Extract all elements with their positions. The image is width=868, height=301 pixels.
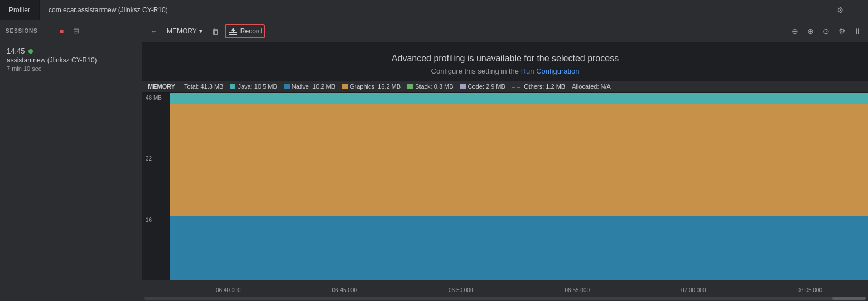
legend-bar: MEMORY Total: 41.3 MB Java: 10.5 MB Nati… bbox=[142, 81, 868, 93]
native-band bbox=[170, 216, 868, 280]
run-configuration-link[interactable]: Run Configuration bbox=[521, 67, 580, 75]
sidebar-header: SESSIONS + ■ ⊟ bbox=[0, 20, 142, 42]
top-right-icons: ⚙ — bbox=[835, 4, 868, 16]
session-duration: 7 min 10 sec bbox=[7, 65, 135, 72]
legend-total: Total: 41.3 MB bbox=[184, 83, 223, 90]
svg-rect-3 bbox=[229, 34, 237, 35]
x-tick-1: 06:45.000 bbox=[287, 287, 403, 295]
y-axis: 48 MB 32 16 bbox=[142, 93, 170, 280]
legend-memory-label: MEMORY bbox=[148, 83, 175, 90]
svg-rect-0 bbox=[229, 32, 237, 33]
record-upload-icon bbox=[228, 26, 238, 36]
sessions-label: SESSIONS bbox=[6, 28, 38, 34]
legend-others: – – Others: 1.2 MB bbox=[512, 83, 565, 90]
settings-profiler-button[interactable]: ⚙ bbox=[836, 25, 848, 37]
settings-icon[interactable]: ⚙ bbox=[835, 4, 846, 16]
x-tick-2: 06:50.000 bbox=[403, 287, 519, 295]
memory-dropdown[interactable]: MEMORY ▾ bbox=[163, 26, 206, 36]
layout-icon[interactable]: ⊟ bbox=[71, 26, 81, 36]
active-dot bbox=[28, 49, 33, 54]
zoom-out-button[interactable]: ⊖ bbox=[789, 25, 801, 37]
chart-bars bbox=[170, 93, 868, 280]
stack-color-dot bbox=[407, 84, 413, 89]
legend-native-text: Native: 10.2 MB bbox=[292, 83, 335, 90]
others-dashes: – – bbox=[512, 83, 520, 90]
legend-graphics: Graphics: 16.2 MB bbox=[342, 83, 401, 90]
legend-java: Java: 10.5 MB bbox=[230, 83, 277, 90]
minimize-icon[interactable]: — bbox=[850, 4, 861, 16]
legend-allocated: Allocated: N/A bbox=[572, 83, 611, 90]
legend-code: Code: 2.9 MB bbox=[460, 83, 505, 90]
svg-marker-2 bbox=[231, 28, 235, 31]
x-axis: 06:40.000 06:45.000 06:50.000 06:55.000 … bbox=[142, 280, 868, 295]
adv-subtitle-text: Configure this setting in the bbox=[431, 67, 519, 75]
tab-session[interactable]: com.ecar.assistantnew (Jlinksz CY-R10) bbox=[40, 0, 177, 20]
y-mid: 32 bbox=[146, 156, 167, 162]
target-button[interactable]: ⊙ bbox=[820, 25, 832, 37]
sidebar: SESSIONS + ■ ⊟ 14:45 assistantnew (Jlink… bbox=[0, 20, 142, 301]
main-layout: SESSIONS + ■ ⊟ 14:45 assistantnew (Jlink… bbox=[0, 20, 868, 301]
record-label: Record bbox=[240, 27, 262, 35]
legend-stack: Stack: 0.3 MB bbox=[407, 83, 453, 90]
code-color-dot bbox=[460, 84, 466, 89]
native-color-dot bbox=[284, 84, 290, 89]
toolbar: ← MEMORY ▾ 🗑 Record bbox=[142, 20, 868, 42]
scrollbar-thumb[interactable] bbox=[832, 297, 866, 300]
x-tick-5: 07:05.000 bbox=[752, 287, 869, 295]
legend-java-text: Java: 10.5 MB bbox=[238, 83, 277, 90]
advanced-profiling-message: Advanced profiling is unavailable for th… bbox=[142, 42, 868, 81]
chart-area: 48 MB 32 16 bbox=[142, 93, 868, 280]
x-tick-3: 06:55.000 bbox=[519, 287, 636, 295]
java-band bbox=[170, 93, 868, 104]
session-time: 14:45 bbox=[7, 47, 135, 55]
delete-button[interactable]: 🗑 bbox=[208, 24, 223, 38]
y-low: 16 bbox=[146, 217, 167, 223]
session-item[interactable]: 14:45 assistantnew (Jlinksz CY-R10) 7 mi… bbox=[0, 42, 142, 76]
graphics-band bbox=[170, 104, 868, 216]
legend-others-text: Others: 1.2 MB bbox=[524, 83, 565, 90]
y-top: 48 MB bbox=[146, 95, 167, 101]
scrollbar-area[interactable] bbox=[142, 295, 868, 301]
tab-bar: Profiler com.ecar.assistantnew (Jlinksz … bbox=[0, 0, 868, 20]
java-color-dot bbox=[230, 84, 235, 89]
tab-profiler[interactable]: Profiler bbox=[0, 0, 40, 20]
session-name: assistantnew (Jlinksz CY-R10) bbox=[7, 56, 135, 64]
x-tick-4: 07:00.000 bbox=[635, 287, 752, 295]
delete-icon: 🗑 bbox=[211, 27, 219, 36]
content-area: ← MEMORY ▾ 🗑 Record bbox=[142, 20, 868, 301]
chart-canvas[interactable] bbox=[170, 93, 868, 280]
legend-native: Native: 10.2 MB bbox=[284, 83, 335, 90]
scrollbar-track bbox=[144, 297, 866, 300]
session-time-value: 14:45 bbox=[7, 47, 25, 55]
legend-code-text: Code: 2.9 MB bbox=[468, 83, 505, 90]
right-toolbar-icons: ⊖ ⊕ ⊙ ⚙ ⏸ bbox=[789, 25, 864, 37]
adv-title: Advanced profiling is unavailable for th… bbox=[142, 54, 868, 64]
tab-session-label: com.ecar.assistantnew (Jlinksz CY-R10) bbox=[49, 6, 168, 14]
stop-session-button[interactable]: ■ bbox=[57, 26, 67, 36]
add-session-button[interactable]: + bbox=[42, 26, 52, 36]
adv-subtitle: Configure this setting in the Run Config… bbox=[142, 67, 868, 75]
pause-button[interactable]: ⏸ bbox=[851, 25, 864, 37]
memory-label: MEMORY bbox=[167, 27, 197, 35]
graphics-color-dot bbox=[342, 84, 348, 89]
legend-stack-text: Stack: 0.3 MB bbox=[415, 83, 453, 90]
dropdown-icon: ▾ bbox=[199, 27, 202, 35]
legend-graphics-text: Graphics: 16.2 MB bbox=[350, 83, 401, 90]
zoom-in-button[interactable]: ⊕ bbox=[804, 25, 817, 37]
x-tick-0: 06:40.000 bbox=[170, 287, 287, 295]
tab-profiler-label: Profiler bbox=[9, 6, 30, 14]
record-button-group[interactable]: Record bbox=[225, 24, 266, 38]
back-button[interactable]: ← bbox=[147, 24, 161, 38]
